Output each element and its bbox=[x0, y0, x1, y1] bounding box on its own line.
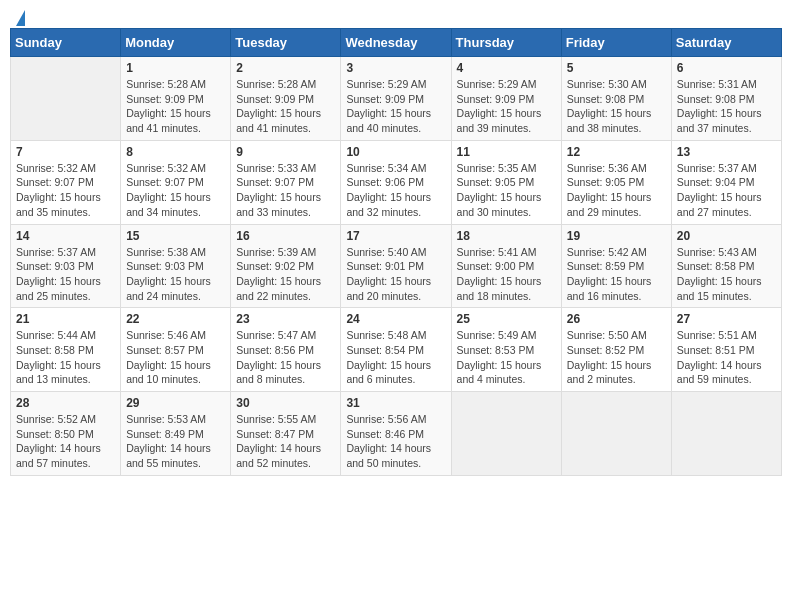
day-number: 6 bbox=[677, 61, 776, 75]
calendar-table: SundayMondayTuesdayWednesdayThursdayFrid… bbox=[10, 28, 782, 476]
day-number: 10 bbox=[346, 145, 445, 159]
day-info: Sunrise: 5:37 AM Sunset: 9:04 PM Dayligh… bbox=[677, 161, 776, 220]
day-info: Sunrise: 5:39 AM Sunset: 9:02 PM Dayligh… bbox=[236, 245, 335, 304]
day-number: 8 bbox=[126, 145, 225, 159]
day-info: Sunrise: 5:28 AM Sunset: 9:09 PM Dayligh… bbox=[236, 77, 335, 136]
day-info: Sunrise: 5:47 AM Sunset: 8:56 PM Dayligh… bbox=[236, 328, 335, 387]
day-number: 14 bbox=[16, 229, 115, 243]
calendar-cell: 30Sunrise: 5:55 AM Sunset: 8:47 PM Dayli… bbox=[231, 392, 341, 476]
day-number: 9 bbox=[236, 145, 335, 159]
calendar-cell: 22Sunrise: 5:46 AM Sunset: 8:57 PM Dayli… bbox=[121, 308, 231, 392]
calendar-cell: 18Sunrise: 5:41 AM Sunset: 9:00 PM Dayli… bbox=[451, 224, 561, 308]
weekday-header-tuesday: Tuesday bbox=[231, 29, 341, 57]
day-info: Sunrise: 5:29 AM Sunset: 9:09 PM Dayligh… bbox=[457, 77, 556, 136]
day-info: Sunrise: 5:56 AM Sunset: 8:46 PM Dayligh… bbox=[346, 412, 445, 471]
calendar-cell: 20Sunrise: 5:43 AM Sunset: 8:58 PM Dayli… bbox=[671, 224, 781, 308]
day-number: 19 bbox=[567, 229, 666, 243]
calendar-cell: 3Sunrise: 5:29 AM Sunset: 9:09 PM Daylig… bbox=[341, 57, 451, 141]
day-number: 12 bbox=[567, 145, 666, 159]
day-number: 18 bbox=[457, 229, 556, 243]
logo bbox=[14, 10, 25, 22]
calendar-cell: 27Sunrise: 5:51 AM Sunset: 8:51 PM Dayli… bbox=[671, 308, 781, 392]
calendar-cell: 7Sunrise: 5:32 AM Sunset: 9:07 PM Daylig… bbox=[11, 140, 121, 224]
day-number: 22 bbox=[126, 312, 225, 326]
day-info: Sunrise: 5:32 AM Sunset: 9:07 PM Dayligh… bbox=[126, 161, 225, 220]
day-info: Sunrise: 5:31 AM Sunset: 9:08 PM Dayligh… bbox=[677, 77, 776, 136]
calendar-cell: 5Sunrise: 5:30 AM Sunset: 9:08 PM Daylig… bbox=[561, 57, 671, 141]
day-number: 15 bbox=[126, 229, 225, 243]
calendar-cell: 14Sunrise: 5:37 AM Sunset: 9:03 PM Dayli… bbox=[11, 224, 121, 308]
calendar-cell: 19Sunrise: 5:42 AM Sunset: 8:59 PM Dayli… bbox=[561, 224, 671, 308]
day-info: Sunrise: 5:50 AM Sunset: 8:52 PM Dayligh… bbox=[567, 328, 666, 387]
day-info: Sunrise: 5:49 AM Sunset: 8:53 PM Dayligh… bbox=[457, 328, 556, 387]
calendar-week-row: 28Sunrise: 5:52 AM Sunset: 8:50 PM Dayli… bbox=[11, 392, 782, 476]
day-info: Sunrise: 5:41 AM Sunset: 9:00 PM Dayligh… bbox=[457, 245, 556, 304]
day-info: Sunrise: 5:35 AM Sunset: 9:05 PM Dayligh… bbox=[457, 161, 556, 220]
calendar-cell: 4Sunrise: 5:29 AM Sunset: 9:09 PM Daylig… bbox=[451, 57, 561, 141]
day-info: Sunrise: 5:46 AM Sunset: 8:57 PM Dayligh… bbox=[126, 328, 225, 387]
weekday-header-thursday: Thursday bbox=[451, 29, 561, 57]
calendar-cell: 12Sunrise: 5:36 AM Sunset: 9:05 PM Dayli… bbox=[561, 140, 671, 224]
day-number: 25 bbox=[457, 312, 556, 326]
calendar-cell: 6Sunrise: 5:31 AM Sunset: 9:08 PM Daylig… bbox=[671, 57, 781, 141]
calendar-cell: 9Sunrise: 5:33 AM Sunset: 9:07 PM Daylig… bbox=[231, 140, 341, 224]
day-info: Sunrise: 5:37 AM Sunset: 9:03 PM Dayligh… bbox=[16, 245, 115, 304]
calendar-cell bbox=[561, 392, 671, 476]
day-number: 29 bbox=[126, 396, 225, 410]
calendar-cell: 13Sunrise: 5:37 AM Sunset: 9:04 PM Dayli… bbox=[671, 140, 781, 224]
day-info: Sunrise: 5:28 AM Sunset: 9:09 PM Dayligh… bbox=[126, 77, 225, 136]
day-number: 13 bbox=[677, 145, 776, 159]
calendar-cell: 31Sunrise: 5:56 AM Sunset: 8:46 PM Dayli… bbox=[341, 392, 451, 476]
calendar-cell: 2Sunrise: 5:28 AM Sunset: 9:09 PM Daylig… bbox=[231, 57, 341, 141]
weekday-header-friday: Friday bbox=[561, 29, 671, 57]
calendar-cell: 1Sunrise: 5:28 AM Sunset: 9:09 PM Daylig… bbox=[121, 57, 231, 141]
calendar-cell: 26Sunrise: 5:50 AM Sunset: 8:52 PM Dayli… bbox=[561, 308, 671, 392]
calendar-cell: 15Sunrise: 5:38 AM Sunset: 9:03 PM Dayli… bbox=[121, 224, 231, 308]
calendar-cell bbox=[451, 392, 561, 476]
day-info: Sunrise: 5:33 AM Sunset: 9:07 PM Dayligh… bbox=[236, 161, 335, 220]
day-number: 11 bbox=[457, 145, 556, 159]
weekday-header-saturday: Saturday bbox=[671, 29, 781, 57]
day-number: 24 bbox=[346, 312, 445, 326]
day-number: 21 bbox=[16, 312, 115, 326]
day-info: Sunrise: 5:42 AM Sunset: 8:59 PM Dayligh… bbox=[567, 245, 666, 304]
day-info: Sunrise: 5:53 AM Sunset: 8:49 PM Dayligh… bbox=[126, 412, 225, 471]
weekday-header-sunday: Sunday bbox=[11, 29, 121, 57]
calendar-cell: 10Sunrise: 5:34 AM Sunset: 9:06 PM Dayli… bbox=[341, 140, 451, 224]
day-number: 20 bbox=[677, 229, 776, 243]
page-header bbox=[10, 10, 782, 22]
calendar-week-row: 14Sunrise: 5:37 AM Sunset: 9:03 PM Dayli… bbox=[11, 224, 782, 308]
day-number: 16 bbox=[236, 229, 335, 243]
day-number: 4 bbox=[457, 61, 556, 75]
day-info: Sunrise: 5:36 AM Sunset: 9:05 PM Dayligh… bbox=[567, 161, 666, 220]
day-number: 2 bbox=[236, 61, 335, 75]
day-number: 30 bbox=[236, 396, 335, 410]
day-number: 3 bbox=[346, 61, 445, 75]
day-info: Sunrise: 5:30 AM Sunset: 9:08 PM Dayligh… bbox=[567, 77, 666, 136]
day-number: 23 bbox=[236, 312, 335, 326]
weekday-header-row: SundayMondayTuesdayWednesdayThursdayFrid… bbox=[11, 29, 782, 57]
day-info: Sunrise: 5:48 AM Sunset: 8:54 PM Dayligh… bbox=[346, 328, 445, 387]
day-info: Sunrise: 5:38 AM Sunset: 9:03 PM Dayligh… bbox=[126, 245, 225, 304]
logo-triangle-icon bbox=[16, 10, 25, 26]
calendar-cell: 23Sunrise: 5:47 AM Sunset: 8:56 PM Dayli… bbox=[231, 308, 341, 392]
weekday-header-monday: Monday bbox=[121, 29, 231, 57]
calendar-cell: 29Sunrise: 5:53 AM Sunset: 8:49 PM Dayli… bbox=[121, 392, 231, 476]
day-number: 28 bbox=[16, 396, 115, 410]
day-number: 26 bbox=[567, 312, 666, 326]
day-number: 17 bbox=[346, 229, 445, 243]
day-info: Sunrise: 5:44 AM Sunset: 8:58 PM Dayligh… bbox=[16, 328, 115, 387]
day-info: Sunrise: 5:43 AM Sunset: 8:58 PM Dayligh… bbox=[677, 245, 776, 304]
calendar-cell: 16Sunrise: 5:39 AM Sunset: 9:02 PM Dayli… bbox=[231, 224, 341, 308]
day-info: Sunrise: 5:29 AM Sunset: 9:09 PM Dayligh… bbox=[346, 77, 445, 136]
calendar-cell: 17Sunrise: 5:40 AM Sunset: 9:01 PM Dayli… bbox=[341, 224, 451, 308]
day-number: 31 bbox=[346, 396, 445, 410]
calendar-cell: 11Sunrise: 5:35 AM Sunset: 9:05 PM Dayli… bbox=[451, 140, 561, 224]
calendar-cell bbox=[671, 392, 781, 476]
calendar-cell: 25Sunrise: 5:49 AM Sunset: 8:53 PM Dayli… bbox=[451, 308, 561, 392]
day-info: Sunrise: 5:34 AM Sunset: 9:06 PM Dayligh… bbox=[346, 161, 445, 220]
day-number: 1 bbox=[126, 61, 225, 75]
calendar-week-row: 7Sunrise: 5:32 AM Sunset: 9:07 PM Daylig… bbox=[11, 140, 782, 224]
calendar-week-row: 1Sunrise: 5:28 AM Sunset: 9:09 PM Daylig… bbox=[11, 57, 782, 141]
calendar-cell: 24Sunrise: 5:48 AM Sunset: 8:54 PM Dayli… bbox=[341, 308, 451, 392]
